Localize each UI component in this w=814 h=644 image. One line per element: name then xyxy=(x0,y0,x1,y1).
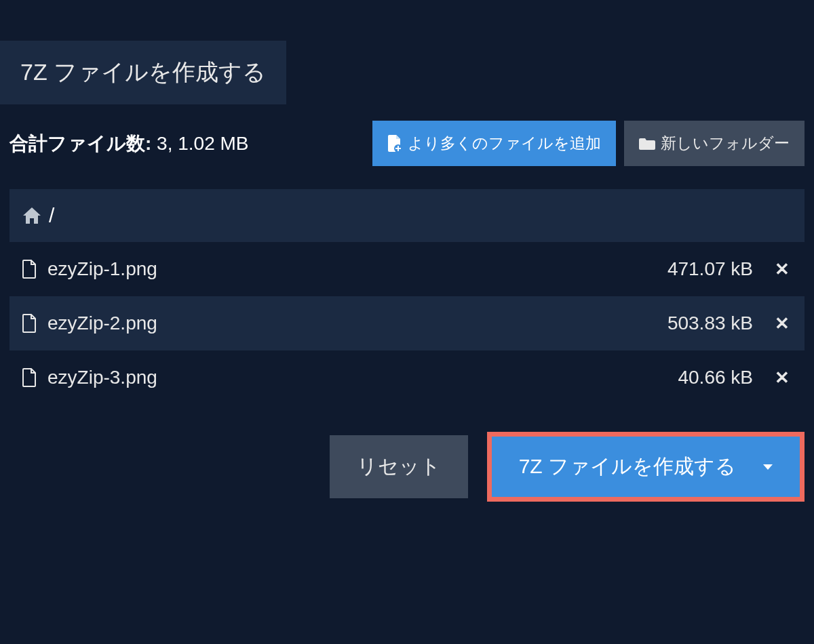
file-row: ezyZip-2.png 503.83 kB ✕ xyxy=(9,296,805,350)
add-more-files-button[interactable]: より多くのファイルを追加 xyxy=(372,121,616,166)
reset-button[interactable]: リセット xyxy=(330,435,468,498)
home-icon[interactable] xyxy=(22,206,42,225)
file-size: 40.66 kB xyxy=(678,367,753,388)
reset-label: リセット xyxy=(357,455,441,477)
create-label: 7Z ファイルを作成する xyxy=(519,453,736,481)
file-row: ezyZip-3.png 40.66 kB ✕ xyxy=(9,350,805,405)
file-summary-label: 合計ファイル数: xyxy=(9,133,151,154)
file-name: ezyZip-3.png xyxy=(47,367,667,388)
remove-file-button[interactable]: ✕ xyxy=(772,313,792,334)
file-icon xyxy=(22,260,37,279)
tab-label: 7Z ファイルを作成する xyxy=(20,59,266,85)
remove-file-button[interactable]: ✕ xyxy=(772,367,792,388)
remove-file-button[interactable]: ✕ xyxy=(772,259,792,280)
toolbar: 合計ファイル数: 3, 1.02 MB より多くのファイルを追加 新しいフォルダ… xyxy=(0,104,814,182)
file-name: ezyZip-1.png xyxy=(47,258,657,280)
file-icon xyxy=(22,368,37,387)
actions-bar: リセット 7Z ファイルを作成する xyxy=(0,405,814,529)
file-summary-value: 3, 1.02 MB xyxy=(157,133,248,154)
tab-create-7z[interactable]: 7Z ファイルを作成する xyxy=(0,41,286,104)
file-icon xyxy=(22,314,37,333)
file-summary: 合計ファイル数: 3, 1.02 MB xyxy=(9,131,249,157)
create-7z-button[interactable]: 7Z ファイルを作成する xyxy=(492,437,800,497)
breadcrumb[interactable]: / xyxy=(9,189,805,242)
file-size: 503.83 kB xyxy=(667,313,753,334)
folder-icon xyxy=(639,137,655,150)
file-row: ezyZip-1.png 471.07 kB ✕ xyxy=(9,242,805,296)
file-size: 471.07 kB xyxy=(667,258,753,280)
breadcrumb-sep: / xyxy=(49,204,54,227)
file-name: ezyZip-2.png xyxy=(47,313,657,334)
file-add-icon xyxy=(387,135,402,153)
new-folder-label: 新しいフォルダー xyxy=(661,133,790,154)
new-folder-button[interactable]: 新しいフォルダー xyxy=(624,121,805,166)
file-panel: / ezyZip-1.png 471.07 kB ✕ ezyZip-2.png … xyxy=(9,189,805,405)
add-more-files-label: より多くのファイルを追加 xyxy=(408,133,601,154)
create-button-highlight: 7Z ファイルを作成する xyxy=(487,432,805,502)
chevron-down-icon xyxy=(763,464,773,470)
